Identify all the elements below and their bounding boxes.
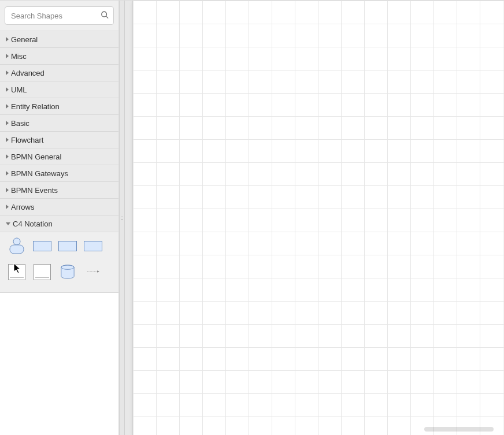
- horizontal-scrollbar[interactable]: [424, 427, 494, 432]
- shape-c4-relationship[interactable]: [82, 265, 104, 278]
- chevron-right-icon: [6, 54, 9, 58]
- category-misc[interactable]: Misc: [0, 48, 118, 65]
- category-label: C4 Notation: [13, 220, 53, 228]
- sidebar-splitter[interactable]: ::: [119, 1, 125, 435]
- shape-c4-component[interactable]: [82, 239, 104, 253]
- category-label: Entity Relation: [11, 102, 60, 111]
- category-basic[interactable]: Basic: [0, 115, 118, 132]
- search-container: [0, 1, 118, 31]
- chevron-right-icon: [6, 104, 9, 109]
- chevron-right-icon: [6, 121, 9, 125]
- category-label: Basic: [11, 119, 29, 128]
- category-uml[interactable]: UML: [0, 81, 118, 98]
- category-bpmn-gateways[interactable]: BPMN Gateways: [0, 165, 118, 182]
- search-box: [5, 6, 114, 25]
- search-input[interactable]: [5, 12, 113, 20]
- category-flowchart[interactable]: Flowchart: [0, 132, 118, 148]
- category-label: Arrows: [11, 203, 34, 211]
- category-bpmn-general[interactable]: BPMN General: [0, 148, 118, 165]
- category-c4-notation[interactable]: C4 Notation: [0, 215, 118, 232]
- svg-rect-3: [10, 245, 24, 254]
- chevron-right-icon: [6, 137, 9, 142]
- canvas-area: [125, 1, 504, 435]
- chevron-right-icon: [6, 205, 9, 209]
- svg-point-2: [13, 238, 20, 245]
- category-label: Flowchart: [11, 136, 43, 144]
- category-general[interactable]: General: [0, 31, 118, 48]
- shape-categories: General Misc Advanced UML Entity Relatio…: [0, 31, 118, 293]
- chevron-right-icon: [6, 188, 9, 192]
- shape-c4-database[interactable]: [57, 265, 79, 278]
- svg-marker-7: [97, 270, 99, 273]
- chevron-right-icon: [6, 37, 9, 42]
- category-label: UML: [11, 85, 27, 94]
- category-label: Misc: [11, 52, 27, 61]
- sidebar-empty-area: [0, 293, 118, 435]
- category-label: Advanced: [11, 69, 45, 77]
- chevron-right-icon: [6, 87, 9, 92]
- category-arrows[interactable]: Arrows: [0, 199, 118, 215]
- shape-c4-system-boundary[interactable]: [6, 265, 28, 278]
- shape-c4-person[interactable]: [6, 239, 28, 253]
- shape-c4-container[interactable]: [57, 239, 79, 253]
- category-label: BPMN Events: [11, 186, 58, 195]
- c4-shapes-panel: [0, 232, 118, 293]
- category-label: BPMN General: [11, 153, 61, 161]
- shapes-sidebar: General Misc Advanced UML Entity Relatio…: [0, 1, 119, 435]
- chevron-right-icon: [6, 70, 9, 75]
- category-label: General: [11, 35, 38, 44]
- drawing-canvas[interactable]: [133, 1, 504, 435]
- chevron-right-icon: [6, 171, 9, 176]
- category-bpmn-events[interactable]: BPMN Events: [0, 182, 118, 199]
- chevron-right-icon: [6, 154, 9, 159]
- category-entity-relation[interactable]: Entity Relation: [0, 98, 118, 115]
- shape-c4-software-system[interactable]: [31, 239, 53, 253]
- shape-c4-container-boundary[interactable]: [31, 265, 53, 278]
- category-label: BPMN Gateways: [11, 169, 68, 178]
- chevron-down-icon: [6, 222, 10, 225]
- splitter-handle-icon: ::: [121, 217, 123, 219]
- category-advanced[interactable]: Advanced: [0, 65, 118, 81]
